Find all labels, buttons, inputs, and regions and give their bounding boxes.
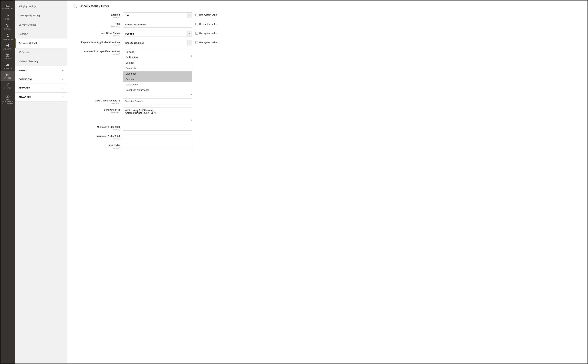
select-applicable-countries[interactable] [123,40,192,46]
nav-item-stores[interactable]: STORES [0,71,15,81]
nav-item-system[interactable]: SYSTEM [0,81,15,91]
scope-send-to: [store view] [74,111,120,113]
settings-sidebar: Shipping SettingsMultishipping SettingsD… [15,0,67,364]
multiselect-specific-countries[interactable]: BulgariaBurkina FasoBurundiCambodiaCamer… [123,49,192,95]
country-option[interactable]: Caribbean Netherlands [123,87,192,93]
nav-item-catalog[interactable]: CATALOG [0,22,15,32]
chevron-down-icon [62,78,64,80]
nav-item-find-partners-extensions[interactable]: FIND PARTNERS & EXTENSIONS [0,93,15,106]
collapse-toggle-icon[interactable] [74,5,77,8]
dropdown-caret-icon[interactable] [187,31,192,37]
country-option[interactable]: Cambodia [123,66,192,71]
label-min-order: Minimum Order Total [97,126,120,128]
label-sort-order: Sort Order [108,144,120,147]
nav-item-content[interactable]: CONTENT [0,52,15,61]
field-new-order-status: New Order Status [website] Use system va… [74,31,581,37]
select-enabled-display[interactable] [123,13,187,18]
nav-divider [3,92,12,92]
label-enabled: Enabled [111,13,120,16]
settings-section-services[interactable]: SERVICES [15,84,67,93]
scope-applicable-countries: [website] [74,44,120,46]
label-sysval[interactable]: Use system value [199,41,217,44]
section-header: Check / Money Order [74,4,581,8]
dollar-icon: $ [1,13,14,17]
chevron-down-icon [62,70,64,72]
country-option[interactable]: Canada [123,77,192,82]
country-option[interactable]: Cape Verde [123,82,192,87]
label-sysval[interactable]: Use system value [199,32,217,35]
scope-new-order-status: [website] [74,35,120,37]
input-sort-order[interactable] [123,143,192,149]
label-sysval[interactable]: Use system value [199,23,217,26]
scrollbar-thumb[interactable] [191,55,192,57]
nav-item-reports[interactable]: REPORTS [0,61,15,71]
nav-item-label: CUSTOMERS [2,38,13,40]
country-option[interactable]: Cameroon [123,71,192,77]
select-applicable-countries-display[interactable] [123,40,187,46]
megaphone-icon [1,44,14,47]
dropdown-caret-icon[interactable] [187,40,192,46]
select-new-order-status-display[interactable] [123,31,187,37]
field-specific-countries: Payment from Specific Countries [website… [74,49,581,95]
person-icon [1,33,14,38]
settings-link-multishipping-settings[interactable]: Multishipping Settings [15,11,67,20]
settings-section-label: YOTPO [19,69,27,72]
input-payable-to[interactable] [123,98,192,104]
svg-line-0 [8,5,8,6]
settings-section-label: ADVANCED [19,96,31,98]
checkbox-applicable-countries-sysval[interactable] [195,41,198,44]
settings-section-dotdigital[interactable]: DOTDIGITAL [15,75,67,84]
label-specific-countries: Payment from Specific Countries [84,50,120,53]
label-max-order: Maximum Order Total [96,135,120,137]
settings-section-label: SERVICES [19,87,30,90]
nav-item-label: SALES [5,18,10,20]
nav-item-dashboard[interactable]: DASHBOARD [0,2,15,12]
dropdown-caret-icon[interactable] [187,13,192,18]
settings-link-3d-secure[interactable]: 3D Secure [15,48,67,57]
settings-link-shipping-settings[interactable]: Shipping Settings [15,2,67,11]
field-min-order: Minimum Order Total [website] [74,125,581,131]
field-enabled: Enabled [website] Use system value [74,13,581,18]
svg-text:$: $ [7,13,9,17]
input-max-order[interactable] [123,134,192,140]
select-new-order-status[interactable] [123,31,192,37]
settings-section-yotpo[interactable]: YOTPO [15,66,67,75]
settings-link-delivery-methods[interactable]: Delivery Methods [15,20,67,29]
field-title: Title [store view] Use system value [74,22,581,27]
country-option[interactable]: Burkina Faso [123,55,192,60]
select-enabled[interactable] [123,13,192,18]
scope-max-order: [website] [74,138,120,140]
checkbox-title-sysval[interactable] [195,23,198,26]
scope-payable-to: [store view] [74,102,120,104]
textarea-send-to[interactable] [123,108,192,121]
chevron-down-icon [62,96,64,98]
input-min-order[interactable] [123,125,192,131]
nav-item-marketing[interactable]: MARKETING [0,42,15,52]
boxes-icon [1,95,14,98]
settings-section-label: DOTDIGITAL [19,78,33,81]
nav-item-label: SYSTEM [4,87,11,89]
svg-point-9 [7,84,8,85]
svg-rect-8 [8,64,9,66]
box-icon [1,23,14,27]
nav-item-sales[interactable]: $SALES [0,12,15,22]
scope-min-order: [website] [74,129,120,131]
country-option[interactable]: Burundi [123,60,192,65]
input-title[interactable] [123,22,192,27]
scope-specific-countries: [website] [74,53,120,55]
field-applicable-countries: Payment from Applicable Countries [websi… [74,40,581,46]
label-sysval[interactable]: Use system value [199,14,217,16]
settings-link-address-cleansing[interactable]: Address Cleansing [15,57,67,66]
field-send-to: Send Check to [store view] [74,108,581,121]
country-option[interactable]: Cayman Islands [123,93,192,95]
checkbox-new-order-status-sysval[interactable] [195,32,198,35]
nav-item-label: STORES [4,77,11,79]
layout-icon [1,53,14,57]
checkbox-enabled-sysval[interactable] [195,14,198,16]
nav-item-label: REPORTS [4,67,12,69]
nav-item-customers[interactable]: CUSTOMERS [0,32,15,42]
country-option[interactable]: Bulgaria [123,49,192,55]
settings-link-payment-methods[interactable]: Payment Methods [15,39,67,48]
settings-section-advanced[interactable]: ADVANCED [15,93,67,101]
settings-link-google-api[interactable]: Google API [15,29,67,39]
